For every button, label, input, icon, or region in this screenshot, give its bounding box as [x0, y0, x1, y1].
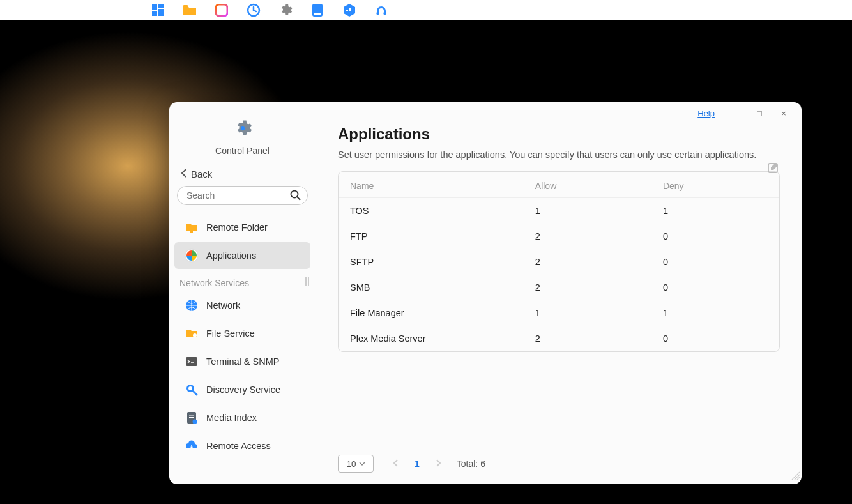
window-resize-handle[interactable] [791, 471, 800, 483]
window-close-button[interactable]: × [776, 105, 791, 121]
cell-deny: 1 [651, 198, 779, 224]
sidebar: Control Panel Back Remote Folder [169, 102, 316, 484]
sidebar-item-remote-folder[interactable]: Remote Folder [174, 214, 310, 241]
window-titlebar: Help – □ × [687, 102, 802, 124]
cell-name: SMB [339, 275, 524, 300]
taskbar-app-appstore-icon[interactable] [215, 3, 229, 17]
back-label: Back [191, 169, 212, 179]
svg-rect-19 [186, 357, 197, 366]
taskbar-app-files-icon[interactable] [183, 3, 197, 17]
pager-current-page[interactable]: 1 [415, 459, 420, 469]
search-input[interactable] [177, 186, 308, 205]
pager-prev[interactable] [390, 459, 402, 469]
sidebar-item-file-service[interactable]: File Service [174, 320, 310, 347]
sidebar-item-label: Network [206, 300, 240, 310]
folder-network-icon [185, 220, 199, 234]
svg-rect-5 [216, 4, 227, 16]
svg-rect-2 [158, 9, 164, 16]
apps-icon [185, 248, 199, 263]
applications-table: Name Allow Deny TOS11FTP20SFTP20SMB20Fil… [338, 171, 780, 352]
svg-rect-15 [190, 231, 193, 233]
pager: 1 Total: 6 [390, 459, 485, 469]
col-deny: Deny [663, 181, 684, 191]
cell-allow: 2 [524, 326, 651, 351]
gear-icon [233, 129, 252, 140]
svg-rect-24 [189, 415, 194, 416]
sidebar-item-label: File Service [206, 328, 255, 339]
svg-rect-8 [314, 13, 321, 15]
cell-name: File Manager [339, 300, 524, 326]
sidebar-item-terminal-snmp[interactable]: Terminal & SNMP [174, 348, 310, 375]
page-size-selector[interactable]: 10 [338, 455, 374, 473]
sidebar-item-remote-access[interactable]: Remote Access [174, 432, 310, 459]
chevron-left-icon [393, 459, 399, 467]
table-row[interactable]: File Manager11 [339, 300, 779, 326]
globe-icon [185, 298, 199, 312]
cell-allow: 1 [524, 198, 651, 224]
page-description: Set user permissions for the application… [338, 149, 780, 160]
cell-deny: 0 [651, 275, 779, 300]
taskbar-app-dashboard-icon[interactable] [151, 3, 165, 17]
taskbar-app-monitor-icon[interactable] [310, 3, 324, 17]
sidebar-item-label: Remote Access [206, 441, 271, 451]
edit-button[interactable] [767, 161, 780, 176]
control-panel-window: Help – □ × Control Panel Back [169, 102, 802, 484]
taskbar-app-support-icon[interactable] [374, 3, 388, 17]
sidebar-item-discovery[interactable]: Discovery Service [174, 376, 310, 403]
maximize-icon: □ [757, 109, 762, 118]
pager-next[interactable] [432, 459, 444, 469]
svg-line-14 [298, 197, 301, 201]
magnify-icon [185, 383, 199, 397]
cell-allow: 1 [524, 300, 651, 326]
sidebar-item-network[interactable]: Network [174, 292, 310, 319]
cell-name: FTP [339, 224, 524, 249]
cell-allow: 2 [524, 224, 651, 249]
table-footer: 10 1 Total: 6 [316, 450, 802, 484]
sidebar-item-media-index[interactable]: Media Index [174, 404, 310, 431]
cell-deny: 0 [651, 249, 779, 275]
sidebar-nav: Remote Folder Applications Network Servi… [169, 213, 316, 484]
sidebar-item-label: Applications [206, 250, 256, 261]
help-link[interactable]: Help [697, 109, 715, 118]
sidebar-item-label: Remote Folder [206, 222, 268, 233]
cell-deny: 0 [651, 326, 779, 351]
taskbar-app-backup-icon[interactable] [247, 3, 261, 17]
sidebar-item-label: Media Index [206, 413, 257, 423]
chevron-left-icon [181, 169, 187, 179]
svg-rect-25 [189, 417, 194, 418]
table-row[interactable]: FTP20 [339, 224, 779, 249]
svg-point-10 [376, 12, 379, 15]
window-maximize-button[interactable]: □ [752, 105, 767, 121]
svg-rect-0 [152, 4, 157, 10]
document-index-icon [185, 411, 199, 425]
table-row[interactable]: SMB20 [339, 275, 779, 300]
svg-line-22 [194, 392, 197, 395]
col-allow: Allow [535, 181, 556, 191]
page-title: Applications [338, 125, 780, 143]
pager-total: Total: 6 [457, 459, 485, 469]
table-header-row: Name Allow Deny [339, 172, 779, 198]
table-row[interactable]: TOS11 [339, 198, 779, 224]
table-row[interactable]: SFTP20 [339, 249, 779, 275]
back-button[interactable]: Back [169, 164, 316, 186]
sidebar-item-applications[interactable]: Applications [174, 242, 310, 269]
sidebar-item-label: Discovery Service [206, 385, 280, 395]
folder-share-icon [185, 326, 199, 340]
sidebar-header: Control Panel [169, 102, 316, 164]
taskbar-app-docker-icon[interactable] [342, 3, 356, 17]
cell-allow: 2 [524, 275, 651, 300]
svg-point-13 [291, 191, 298, 198]
search-icon [290, 190, 301, 201]
col-name: Name [350, 181, 374, 191]
cell-name: TOS [339, 198, 524, 224]
table-row[interactable]: Plex Media Server20 [339, 326, 779, 351]
taskbar [0, 0, 852, 20]
window-minimize-button[interactable]: – [727, 105, 743, 121]
sidebar-section-network-services: Network Services [169, 270, 316, 291]
pencil-square-icon [767, 161, 780, 174]
sidebar-title: Control Panel [176, 146, 309, 156]
cell-name: Plex Media Server [339, 326, 524, 351]
svg-rect-3 [152, 11, 157, 16]
taskbar-app-settings-icon[interactable] [278, 3, 293, 17]
chevron-right-icon [435, 459, 441, 467]
